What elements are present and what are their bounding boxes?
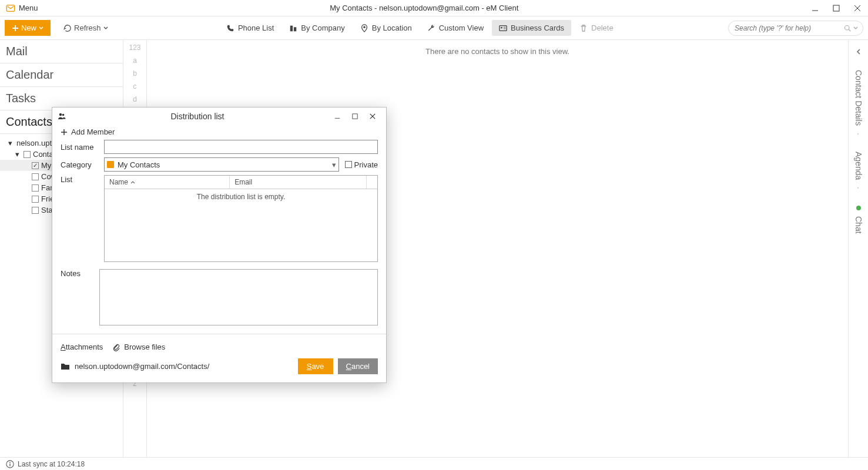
custom-view-button[interactable]: Custom View (420, 20, 491, 36)
refresh-button[interactable]: Refresh (60, 20, 112, 36)
sort-asc-icon (130, 180, 135, 184)
alpha-letter[interactable]: b (133, 69, 137, 78)
phone-list-button[interactable]: Phone List (219, 20, 281, 36)
notes-textarea[interactable] (99, 269, 378, 325)
delete-button[interactable]: Delete (572, 20, 621, 36)
empty-message: There are no contacts to show in this vi… (425, 47, 569, 56)
new-label: New (21, 24, 36, 32)
contact-details-tab[interactable]: Contact Details (854, 70, 863, 126)
category-value: My Contacts (118, 160, 160, 169)
sync-status: Last sync at 10:24:18 (18, 460, 85, 468)
name-column-header[interactable]: Name (105, 176, 230, 189)
svg-point-11 (501, 26, 502, 28)
folder-icon (61, 362, 70, 371)
chevron-down-icon (853, 26, 858, 31)
svg-rect-22 (353, 114, 357, 119)
minimize-button[interactable] (805, 0, 826, 16)
svg-point-17 (9, 462, 11, 463)
svg-rect-10 (500, 25, 507, 31)
attachments-label: AAttachmentsttachments (61, 343, 103, 351)
category-label: Category (61, 160, 98, 169)
alpha-letter[interactable]: c (133, 82, 137, 90)
paperclip-icon (112, 343, 120, 351)
agenda-tab[interactable]: Agenda (854, 152, 863, 180)
business-cards-button[interactable]: Business Cards (492, 20, 571, 36)
by-location-label: By Location (372, 24, 412, 32)
app-icon (6, 4, 15, 13)
checkbox-icon (32, 196, 39, 203)
svg-point-9 (363, 26, 366, 28)
svg-point-19 (59, 113, 62, 116)
dialog-title: Distribution list (66, 112, 329, 121)
info-icon (6, 460, 14, 468)
browse-files-button[interactable]: Browse files (112, 343, 165, 351)
alpha-letter[interactable]: a (133, 56, 137, 65)
cancel-button[interactable]: Cancel (338, 358, 378, 374)
trash-icon (579, 24, 588, 32)
add-member-button[interactable]: Add Member (61, 127, 378, 136)
close-button[interactable] (847, 0, 868, 16)
by-company-button[interactable]: By Company (282, 20, 351, 36)
svg-point-14 (845, 25, 850, 30)
list-label: List (61, 175, 98, 184)
refresh-label: Refresh (74, 24, 101, 32)
sidebar-section-mail[interactable]: Mail (0, 40, 123, 63)
refresh-icon (63, 24, 72, 32)
checkbox-icon (32, 184, 39, 192)
category-color-swatch (107, 161, 114, 168)
right-panel-collapsed: Contact Details · Agenda · Chat (848, 40, 868, 457)
window-controls (805, 0, 868, 16)
location-icon (360, 24, 368, 32)
svg-line-15 (849, 29, 850, 31)
delete-label: Delete (591, 24, 614, 32)
svg-rect-8 (294, 27, 296, 31)
new-button[interactable]: New (5, 20, 51, 36)
menu-button[interactable]: Menu (0, 4, 44, 13)
save-button[interactable]: Save (298, 358, 333, 374)
dialog-close-button[interactable] (364, 113, 381, 119)
svg-rect-7 (290, 25, 293, 31)
card-icon (499, 24, 507, 32)
menu-label: Menu (19, 4, 38, 12)
expand-right-panel-button[interactable] (852, 45, 866, 61)
search-box[interactable] (728, 21, 863, 36)
list-name-input[interactable] (104, 140, 378, 154)
phone-list-label: Phone List (238, 24, 274, 32)
svg-point-20 (62, 114, 65, 116)
phone-icon (226, 24, 234, 32)
distlist-icon (57, 112, 66, 121)
browse-label: Browse files (124, 343, 165, 351)
online-status-icon (856, 206, 861, 210)
category-select[interactable]: My Contacts ▾ (104, 157, 339, 172)
by-location-button[interactable]: By Location (353, 20, 419, 36)
plus-icon (12, 25, 19, 32)
chevron-down-icon: ▾ (332, 160, 336, 169)
dialog-maximize-button[interactable] (346, 113, 364, 119)
add-member-label: Add Member (71, 127, 115, 136)
plus-icon (61, 129, 68, 136)
chevron-down-icon (103, 26, 108, 31)
notes-label: Notes (61, 269, 93, 278)
statusbar: Last sync at 10:24:18 (0, 457, 868, 470)
save-path-text: nelson.uptodown@gmail.com/Contacts/ (75, 362, 209, 371)
save-location[interactable]: nelson.uptodown@gmail.com/Contacts/ (61, 362, 209, 371)
wrench-icon (427, 24, 435, 32)
private-label: Private (354, 160, 378, 169)
member-list: Name Email The distribution list is empt… (104, 175, 378, 262)
search-input[interactable] (733, 24, 844, 33)
chevron-down-icon (39, 26, 43, 31)
checkbox-box (345, 161, 352, 168)
maximize-button[interactable] (826, 0, 847, 16)
extra-column-header[interactable] (367, 176, 377, 189)
chat-tab[interactable]: Chat (854, 206, 863, 234)
svg-rect-2 (833, 5, 839, 11)
alpha-letter[interactable]: 123 (129, 43, 140, 52)
private-checkbox[interactable]: Private (345, 160, 378, 169)
distribution-list-dialog: Distribution list Add Member List name C… (52, 107, 387, 383)
email-column-header[interactable]: Email (230, 176, 367, 189)
sidebar-section-calendar[interactable]: Calendar (0, 63, 123, 87)
list-name-label: List name (61, 143, 98, 152)
alpha-letter[interactable]: d (133, 95, 137, 103)
window-title: My Contacts - nelson.uptodown@gmail.com … (44, 4, 805, 12)
dialog-minimize-button[interactable] (329, 113, 346, 119)
